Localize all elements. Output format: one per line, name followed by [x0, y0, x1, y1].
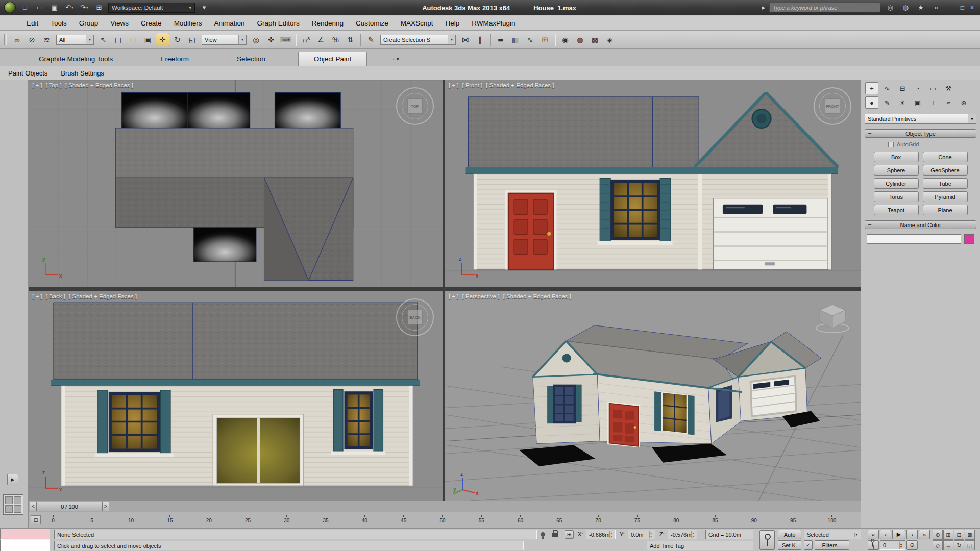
macro-recorder-field[interactable]: [0, 529, 50, 540]
plane-button[interactable]: Plane: [923, 205, 968, 215]
strip-expand-arrow-icon[interactable]: ▶: [7, 474, 18, 485]
cameras-category-icon[interactable]: ▣: [911, 96, 924, 109]
viewport-menu-plus[interactable]: [ + ]: [449, 82, 459, 88]
go-to-start-button[interactable]: «: [868, 530, 879, 539]
trackbar-options-icon[interactable]: ⊟: [31, 515, 41, 524]
select-object-icon[interactable]: ↖: [96, 33, 110, 46]
schematic-view-icon[interactable]: ⊞: [538, 33, 552, 46]
key-filters-button[interactable]: Filters...: [815, 540, 849, 550]
orbit-icon[interactable]: ↻: [954, 540, 964, 550]
rendered-frame-window-icon[interactable]: ▩: [588, 33, 602, 46]
torus-button[interactable]: Torus: [874, 191, 919, 202]
undo-icon[interactable]: ↶▾: [64, 2, 75, 13]
adaptive-degradation-icon[interactable]: [541, 530, 545, 538]
viewport-menu-shading[interactable]: [ Shaded + Edged Faces ]: [65, 82, 133, 88]
tab-graphite-modeling-tools[interactable]: Graphite Modeling Tools: [23, 52, 128, 66]
favorites-icon[interactable]: ★: [915, 2, 926, 13]
viewport-top-canvas[interactable]: [29, 80, 443, 287]
viewcube[interactable]: TOP: [396, 87, 434, 125]
zoom-icon[interactable]: ⊕: [933, 530, 943, 540]
auto-key-button[interactable]: Auto: [778, 530, 801, 539]
toolbar-overflow-icon[interactable]: ▾: [199, 2, 210, 13]
set-key-button[interactable]: Set K.: [778, 540, 801, 550]
viewport-menu-plus[interactable]: [ + ]: [32, 82, 42, 88]
selection-lock-icon[interactable]: [552, 530, 558, 538]
toolbar-grip[interactable]: [4, 34, 7, 45]
key-filters-check-icon[interactable]: ✓: [804, 540, 813, 550]
curve-editor-icon[interactable]: ∿: [523, 33, 537, 46]
select-and-rotate-icon[interactable]: ↻: [170, 33, 184, 46]
hierarchy-tab-icon[interactable]: ⊟: [896, 82, 909, 94]
add-time-tag-field[interactable]: Add Time Tag: [647, 541, 753, 550]
next-frame-arrow[interactable]: >: [102, 502, 109, 511]
go-to-end-button[interactable]: »: [919, 530, 930, 539]
menu-graph-editors[interactable]: Graph Editors: [251, 16, 305, 30]
snaps-toggle-icon[interactable]: ∩³: [299, 33, 313, 46]
box-button[interactable]: Box: [874, 152, 919, 162]
bind-to-space-warp-icon[interactable]: ≋: [40, 33, 54, 46]
key-mode-toggle[interactable]: [868, 540, 879, 550]
select-by-name-icon[interactable]: ▤: [111, 33, 125, 46]
viewport-front[interactable]: [ + ] [ Front ] [ Shaded + Edged Faces ]…: [445, 80, 861, 287]
tube-button[interactable]: Tube: [923, 178, 968, 189]
create-tab-icon[interactable]: +: [865, 82, 878, 94]
render-production-icon[interactable]: ◈: [603, 33, 617, 46]
modify-tab-icon[interactable]: ∿: [880, 82, 894, 94]
render-setup-icon[interactable]: ◍: [573, 33, 587, 46]
mirror-icon[interactable]: ⋈: [458, 33, 472, 46]
select-and-link-icon[interactable]: ∞: [10, 33, 24, 46]
utilities-tab-icon[interactable]: ⚒: [942, 82, 955, 94]
keyboard-shortcut-override-icon[interactable]: ⌨: [279, 33, 292, 46]
infocenter-more-icon[interactable]: »: [930, 2, 942, 13]
edit-named-selection-sets-icon[interactable]: ✎: [364, 33, 378, 46]
project-folder-icon[interactable]: ⊞: [93, 2, 105, 13]
object-type-rollout-header[interactable]: – Object Type: [865, 129, 976, 138]
select-and-move-icon[interactable]: ✛: [156, 33, 169, 46]
unlink-selection-icon[interactable]: ⊘: [25, 33, 39, 46]
max-logo-icon[interactable]: [4, 2, 16, 13]
cylinder-button[interactable]: Cylinder: [874, 178, 919, 189]
cone-button[interactable]: Cone: [923, 152, 968, 162]
zoom-extents-all-icon[interactable]: ⊠: [965, 530, 975, 540]
object-color-swatch[interactable]: [964, 234, 974, 244]
redo-icon[interactable]: ↷▾: [79, 2, 90, 13]
menu-edit[interactable]: Edit: [20, 16, 44, 30]
use-pivot-center-icon[interactable]: ◎: [249, 33, 263, 46]
systems-category-icon[interactable]: ⊛: [957, 96, 970, 109]
maximize-button[interactable]: □: [961, 4, 964, 11]
space-warps-category-icon[interactable]: ≈: [942, 96, 955, 109]
track-bar[interactable]: ⊟ 0 5 10 15 20 25 30 35 40 45 50 55 60 6…: [29, 512, 861, 528]
panel-paint-objects[interactable]: Paint Objects: [8, 69, 47, 77]
maximize-viewport-icon[interactable]: ◱: [965, 540, 975, 550]
helpers-category-icon[interactable]: ⊥: [926, 96, 940, 109]
tab-selection[interactable]: Selection: [222, 52, 281, 66]
primitive-category-dropdown[interactable]: Standard Primitives ▾: [865, 114, 976, 124]
close-button[interactable]: ×: [970, 4, 974, 11]
previous-frame-button[interactable]: ‹: [880, 530, 891, 539]
reference-coordinate-dropdown[interactable]: View ▾: [202, 35, 247, 45]
current-frame-field[interactable]: 0 ▴▾: [880, 540, 905, 550]
geosphere-button[interactable]: GeoSphere: [923, 165, 968, 176]
transform-typein-mode-icon[interactable]: ⊞: [565, 530, 574, 539]
viewport-back-canvas[interactable]: [29, 291, 443, 501]
new-scene-icon[interactable]: □: [19, 2, 31, 13]
zoom-all-icon[interactable]: ⊞: [943, 530, 953, 540]
viewport-top[interactable]: [ + ] [ Top ] [ Shaded + Edged Faces ] T…: [29, 80, 443, 287]
y-coordinate-field[interactable]: 0.0m ▴▾: [628, 530, 655, 539]
autogrid-checkbox[interactable]: [888, 142, 894, 147]
menu-rwmaxplugin[interactable]: RWMaxPlugin: [465, 16, 521, 30]
pan-icon[interactable]: ↔: [943, 540, 953, 550]
search-icon[interactable]: ◎: [885, 2, 896, 13]
menu-animation[interactable]: Animation: [208, 16, 251, 30]
open-file-icon[interactable]: ▭: [34, 2, 45, 13]
viewport-menu-shading[interactable]: [ Shaded + Edged Faces ]: [69, 293, 137, 299]
viewcube[interactable]: [814, 298, 851, 336]
menu-customize[interactable]: Customize: [350, 16, 395, 30]
name-color-rollout-header[interactable]: – Name and Color: [865, 220, 976, 229]
geometry-category-icon[interactable]: ●: [865, 96, 878, 109]
viewport-perspective[interactable]: [ + ] [ Perspective ] [ Shaded + Edged F…: [445, 291, 861, 501]
field-of-view-icon[interactable]: ◇: [933, 540, 943, 550]
selection-set-dropdown[interactable]: Selected ▾: [804, 530, 861, 539]
save-file-icon[interactable]: ▣: [49, 2, 60, 13]
selection-filter-dropdown[interactable]: All ▾: [56, 35, 94, 45]
